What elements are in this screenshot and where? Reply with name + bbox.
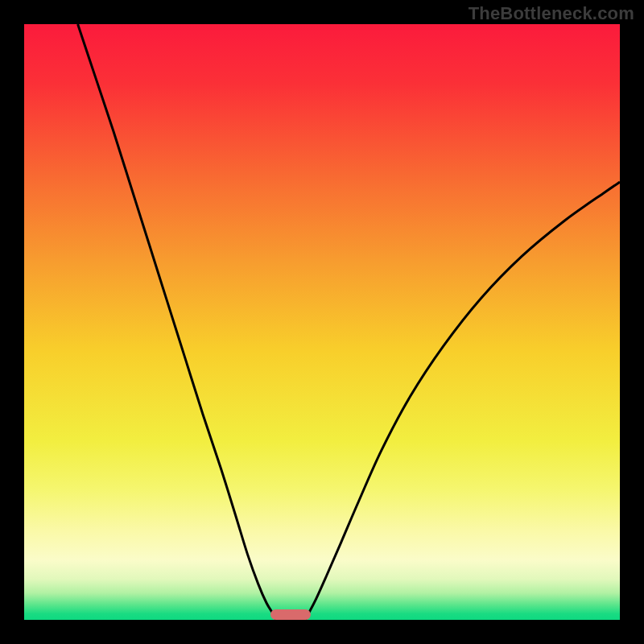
watermark-text: TheBottleneck.com	[469, 3, 634, 24]
bottleneck-curve	[24, 24, 620, 620]
plot-area	[24, 24, 620, 620]
optimal-marker	[270, 609, 311, 620]
chart-frame: TheBottleneck.com	[0, 0, 644, 644]
